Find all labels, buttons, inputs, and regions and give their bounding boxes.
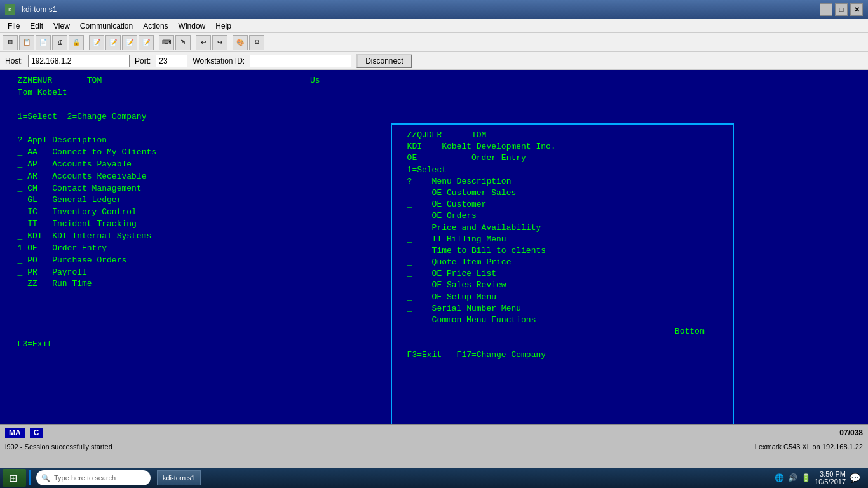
taskbar-time: 3:50 PM [820, 470, 846, 478]
start-button[interactable]: ⊞ [3, 469, 26, 487]
status-bar: MA C 07/038 [0, 424, 868, 440]
minimize-button[interactable]: ─ [820, 3, 832, 16]
toolbar-btn-10[interactable]: ⌨ [159, 35, 174, 50]
info-bar: i902 - Session successfully started Lexm… [0, 440, 868, 452]
menu-bar: File Edit View Communication Actions Win… [0, 19, 868, 33]
taskbar-items: 🔍 Type here to search kdi-tom s1 [34, 470, 770, 485]
info-right-text: Lexmark C543 XL on 192.168.1.22 [755, 443, 863, 451]
close-button[interactable]: ✕ [850, 3, 863, 16]
notification-icon[interactable]: 💬 [850, 473, 860, 483]
port-label: Port: [135, 57, 151, 65]
taskbar-search[interactable]: 🔍 Type here to search [36, 470, 151, 485]
toolbar-btn-5[interactable]: 🔒 [69, 35, 84, 50]
popup-window[interactable]: ZZQJDFR TOM KDI Kobelt Development Inc. … [391, 123, 734, 424]
search-icon: 🔍 [41, 474, 50, 482]
toolbar-btn-3[interactable]: 📄 [36, 35, 51, 50]
title-bar-left: K kdi-tom s1 [5, 4, 57, 15]
tray-network-icon: 🌐 [775, 473, 784, 482]
menu-communication[interactable]: Communication [75, 20, 138, 32]
toolbar-btn-7[interactable]: 📝 [105, 35, 121, 50]
terminal-area[interactable]: ZZMENUR TOM Us Tom Kobelt 1=Select 2=Cha… [0, 70, 868, 424]
menu-edit[interactable]: Edit [25, 20, 48, 32]
app-icon: K [5, 4, 15, 15]
maximize-button[interactable]: □ [835, 3, 848, 16]
title-bar: K kdi-tom s1 ─ □ ✕ [0, 0, 868, 19]
taskbar-app-label: kdi-tom s1 [163, 474, 195, 482]
taskbar: ⊞ 🔍 Type here to search kdi-tom s1 🌐 🔊 🔋… [0, 468, 868, 488]
toolbar-btn-4[interactable]: 🖨 [52, 35, 67, 50]
menu-file[interactable]: File [3, 20, 25, 32]
port-input[interactable] [156, 55, 187, 67]
toolbar-btn-1[interactable]: 🖥 [3, 35, 18, 50]
info-message: i902 - Session successfully started [5, 443, 112, 451]
menu-actions[interactable]: Actions [138, 20, 173, 32]
toolbar-btn-2[interactable]: 📋 [19, 35, 34, 50]
toolbar-btn-8[interactable]: 📝 [122, 35, 137, 50]
status-indicator: MA [5, 428, 25, 438]
host-input[interactable] [28, 55, 130, 67]
status-row-col: 07/038 [839, 428, 863, 437]
tray-battery-icon: 🔋 [801, 473, 811, 482]
host-label: Host: [5, 57, 23, 65]
toolbar-btn-14[interactable]: 🎨 [233, 35, 248, 50]
toolbar-btn-12[interactable]: ↩ [196, 35, 211, 50]
toolbar-btn-9[interactable]: 📝 [139, 35, 154, 50]
window-title: kdi-tom s1 [22, 5, 57, 14]
status-mode: C [30, 428, 43, 438]
menu-view[interactable]: View [48, 20, 75, 32]
search-placeholder: Type here to search [54, 474, 116, 482]
title-bar-controls: ─ □ ✕ [820, 3, 863, 16]
workstation-input[interactable] [250, 55, 351, 67]
host-bar: Host: Port: Workstation ID: Disconnect [0, 52, 868, 70]
menu-help[interactable]: Help [210, 20, 236, 32]
toolbar-btn-15[interactable]: ⚙ [249, 35, 264, 50]
menu-window[interactable]: Window [173, 20, 211, 32]
toolbar-btn-11[interactable]: 🖱 [175, 35, 191, 50]
taskbar-clock[interactable]: 3:50 PM 10/5/2017 [815, 470, 846, 485]
toolbar: 🖥 📋 📄 🖨 🔒 📝 📝 📝 📝 ⌨ 🖱 ↩ ↪ 🎨 ⚙ [0, 33, 868, 52]
tray-volume-icon: 🔊 [788, 473, 797, 482]
taskbar-right: 🌐 🔊 🔋 3:50 PM 10/5/2017 💬 [770, 470, 865, 485]
taskbar-date: 10/5/2017 [815, 478, 846, 485]
workstation-label: Workstation ID: [193, 57, 245, 65]
start-icon: ⊞ [9, 472, 17, 484]
toolbar-btn-6[interactable]: 📝 [89, 35, 104, 50]
taskbar-app-item[interactable]: kdi-tom s1 [157, 470, 201, 485]
toolbar-btn-13[interactable]: ↪ [212, 35, 227, 50]
disconnect-button[interactable]: Disconnect [356, 54, 412, 68]
